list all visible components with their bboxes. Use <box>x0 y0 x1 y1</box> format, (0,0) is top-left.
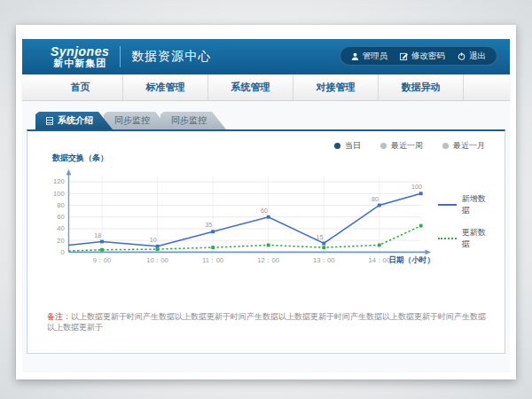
change-password-button[interactable]: 修改密码 <box>400 51 445 62</box>
svg-text:100: 100 <box>411 184 422 191</box>
filter-last-month[interactable]: 最近一月 <box>442 140 485 152</box>
power-icon <box>458 52 466 60</box>
svg-text:120: 120 <box>53 177 65 185</box>
user-menu: 管理员 修改密码 退出 <box>340 46 498 66</box>
nav-item-system-mgmt[interactable]: 系统管理 <box>208 74 293 100</box>
radio-dot <box>380 143 387 149</box>
user-icon <box>351 52 359 60</box>
line-chart: 0204060801001209：0010：0011：0012：0013：001… <box>40 165 436 278</box>
tab-label: 同步监控 <box>114 114 150 127</box>
logout-button[interactable]: 退出 <box>458 51 486 62</box>
svg-text:35: 35 <box>205 222 212 229</box>
legend-label: 新增数据 <box>462 193 492 216</box>
time-filter-group: 当日 最近一周 最近一月 <box>40 138 492 153</box>
brand-logo: Synjones 新中新集团 <box>51 45 109 68</box>
tab-bar: 系统介绍 同步监控 同步监控 <box>35 112 505 129</box>
filter-label: 最近一周 <box>391 140 423 152</box>
legend-new-data[interactable]: 新增数据 <box>438 193 492 216</box>
legend-label: 更新数据 <box>462 227 492 250</box>
radio-dot <box>442 143 449 149</box>
change-password-label: 修改密码 <box>411 51 445 62</box>
header-divider <box>120 46 121 67</box>
y-axis-title: 数据交换（条） <box>52 153 492 165</box>
filter-label: 当日 <box>345 140 361 152</box>
admin-button[interactable]: 管理员 <box>351 51 388 62</box>
svg-text:14：00: 14：00 <box>368 256 390 264</box>
tab-sync-monitor-2[interactable]: 同步监控 <box>160 112 226 129</box>
svg-text:60: 60 <box>57 213 64 221</box>
main-nav: 首页 标准管理 系统管理 对接管理 数据异动 <box>22 74 510 101</box>
tab-sync-monitor-1[interactable]: 同步监控 <box>104 112 169 129</box>
logo-text: Synjones <box>51 45 109 59</box>
radio-dot <box>334 143 340 149</box>
svg-text:9：00: 9：00 <box>93 256 111 264</box>
svg-text:40: 40 <box>57 224 64 232</box>
app-title: 数据资源中心 <box>131 49 211 65</box>
svg-text:18: 18 <box>94 232 101 239</box>
svg-text:15: 15 <box>316 234 323 241</box>
footnote-prefix: 备注： <box>47 312 71 321</box>
svg-text:13：00: 13：00 <box>313 256 335 264</box>
chart-panel: 当日 最近一周 最近一月 数据交换（条） 0204060801001209：00… <box>27 129 505 354</box>
svg-text:80: 80 <box>57 201 64 209</box>
filter-last-week[interactable]: 最近一周 <box>380 140 423 152</box>
svg-text:60: 60 <box>261 207 268 215</box>
line-sample-dotted <box>438 238 457 239</box>
svg-text:10: 10 <box>150 237 157 244</box>
svg-text:20: 20 <box>57 237 64 245</box>
logo-subtext: 新中新集团 <box>53 59 106 69</box>
svg-text:日期（小时）: 日期（小时） <box>389 255 434 264</box>
nav-item-data-change[interactable]: 数据异动 <box>379 74 464 100</box>
filter-label: 最近一月 <box>453 140 485 152</box>
document-icon <box>46 117 53 125</box>
app-window: Synjones 新中新集团 数据资源中心 管理员 修改密码 <box>16 25 516 379</box>
footnote: 备注：以上数据更新于时间产生数据以上数据更新于时间产生数据以上数据更新于时间产生… <box>47 312 492 332</box>
svg-text:10：00: 10：00 <box>146 256 168 264</box>
admin-label: 管理员 <box>363 51 388 62</box>
svg-text:0: 0 <box>60 248 64 256</box>
svg-text:100: 100 <box>53 190 65 198</box>
nav-item-home[interactable]: 首页 <box>38 74 123 100</box>
svg-text:80: 80 <box>372 196 379 203</box>
filter-today[interactable]: 当日 <box>334 140 361 152</box>
tab-label: 同步监控 <box>171 114 207 127</box>
nav-item-standard-mgmt[interactable]: 标准管理 <box>123 74 208 100</box>
tab-system-intro[interactable]: 系统介绍 <box>35 112 113 129</box>
svg-text:12：00: 12：00 <box>257 256 279 264</box>
tab-label: 系统介绍 <box>58 114 93 127</box>
svg-text:11：00: 11：00 <box>202 256 223 264</box>
chart-row: 0204060801001209：0010：0011：0012：0013：001… <box>40 165 492 278</box>
footnote-text: 以上数据更新于时间产生数据以上数据更新于时间产生数据以上数据更新于时间产生数据以… <box>47 312 486 332</box>
edit-icon <box>400 52 408 60</box>
app-header: Synjones 新中新集团 数据资源中心 管理员 修改密码 <box>22 39 510 74</box>
line-sample-solid <box>438 204 457 206</box>
chart-legend: 新增数据 更新数据 <box>438 193 492 250</box>
nav-item-interface-mgmt[interactable]: 对接管理 <box>293 74 379 100</box>
logout-label: 退出 <box>469 51 486 62</box>
legend-updated-data[interactable]: 更新数据 <box>438 227 492 250</box>
content-area: 系统介绍 同步监控 同步监控 当日 最近一周 <box>22 101 510 372</box>
